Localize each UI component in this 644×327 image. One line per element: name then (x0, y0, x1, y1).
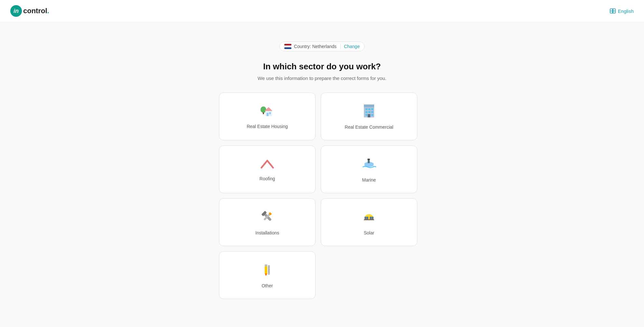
logo-in-text: in (14, 8, 19, 15)
flag-icon (284, 44, 291, 49)
svg-rect-10 (267, 113, 269, 116)
svg-rect-5 (284, 47, 291, 49)
sectors-grid: Real Estate Housing (219, 93, 425, 299)
roofing-icon (260, 157, 275, 172)
language-label: English (618, 8, 634, 14)
main-content: Country: Netherlands Change In which sec… (0, 22, 644, 312)
real-estate-housing-icon (260, 104, 275, 120)
language-selector[interactable]: English (610, 8, 634, 14)
sector-label-solar: Solar (364, 230, 374, 235)
logo-icon: in (10, 5, 22, 17)
country-text: Country: Netherlands (294, 44, 336, 49)
sector-card-other[interactable]: Other (219, 251, 316, 299)
change-link[interactable]: Change (340, 44, 360, 49)
svg-rect-24 (367, 159, 370, 160)
page-subtitle: We use this information to prepare the c… (258, 75, 386, 81)
svg-rect-4 (284, 45, 291, 47)
sector-label-real-estate-commercial: Real Estate Commercial (345, 124, 393, 130)
svg-rect-15 (368, 108, 370, 110)
real-estate-commercial-icon (361, 103, 377, 121)
sector-card-installations[interactable]: Installations (219, 198, 316, 246)
svg-marker-38 (265, 273, 267, 276)
svg-rect-16 (371, 108, 373, 110)
sector-card-real-estate-housing[interactable]: Real Estate Housing (219, 93, 316, 140)
installations-icon (260, 209, 275, 226)
svg-rect-21 (371, 114, 373, 116)
sector-label-installations: Installations (255, 230, 279, 235)
sector-card-real-estate-commercial[interactable]: Real Estate Commercial (321, 93, 417, 140)
svg-rect-14 (365, 108, 367, 110)
netherlands-flag (284, 44, 291, 49)
language-icon (610, 8, 616, 14)
svg-rect-11 (269, 112, 271, 114)
svg-rect-3 (284, 44, 291, 45)
svg-rect-39 (265, 264, 267, 266)
svg-rect-41 (268, 265, 270, 275)
country-badge: Country: Netherlands Change (279, 42, 365, 51)
marine-icon (361, 156, 377, 173)
svg-rect-18 (368, 111, 370, 113)
svg-rect-22 (368, 114, 370, 117)
sector-label-other: Other (261, 283, 273, 288)
logo-name: control. (23, 7, 49, 15)
sector-label-marine: Marine (362, 177, 376, 183)
sector-card-solar[interactable]: Solar (321, 198, 417, 246)
sector-label-real-estate-housing: Real Estate Housing (247, 124, 288, 129)
header: in control. English (0, 0, 644, 22)
solar-icon (361, 209, 377, 226)
svg-rect-19 (371, 111, 373, 113)
svg-rect-13 (364, 104, 374, 107)
sector-card-roofing[interactable]: Roofing (219, 145, 316, 193)
svg-rect-36 (364, 219, 374, 220)
svg-rect-7 (263, 112, 264, 114)
sector-card-marine[interactable]: Marine (321, 145, 417, 193)
logo: in control. (10, 5, 49, 17)
svg-rect-17 (365, 111, 367, 113)
sector-label-roofing: Roofing (260, 176, 275, 181)
page-title: In which sector do you work? (263, 62, 381, 72)
other-icon (260, 262, 275, 279)
svg-rect-20 (365, 114, 367, 116)
